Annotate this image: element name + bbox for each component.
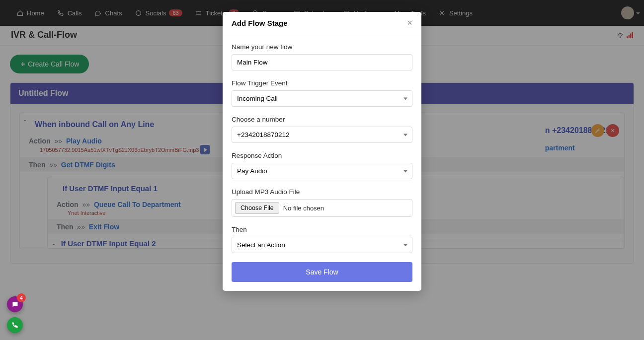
trigger-select[interactable]: Incoming Call (232, 90, 412, 107)
modal-header: Add Flow Stage × (223, 12, 421, 34)
add-flow-stage-modal: Add Flow Stage × Name your new flow Flow… (223, 12, 421, 291)
file-status-text: No file chosen (283, 204, 324, 212)
choose-file-button[interactable]: Choose File (235, 202, 279, 214)
response-select[interactable]: Pay Audio (232, 163, 412, 179)
number-select[interactable]: +2342018870212 (232, 127, 412, 143)
flow-name-input[interactable] (232, 54, 412, 70)
then-select[interactable]: Select an Action (232, 237, 412, 253)
trigger-label: Flow Trigger Event (232, 79, 412, 87)
fab-call-button[interactable] (7, 317, 23, 333)
name-label: Name your new flow (232, 43, 412, 51)
response-label: Response Action (232, 152, 412, 159)
then-label: Then (232, 226, 412, 233)
number-label: Choose a number (232, 116, 412, 123)
save-flow-button[interactable]: Save Flow (232, 262, 412, 282)
modal-title: Add Flow Stage (232, 19, 288, 27)
fab-chat-button[interactable]: 4 (7, 296, 23, 312)
modal-close-button[interactable]: × (407, 18, 412, 27)
modal-body: Name your new flow Flow Trigger Event In… (223, 34, 421, 291)
file-upload-input[interactable]: Choose File No file chosen (232, 199, 412, 217)
floating-actions: 4 (7, 296, 23, 333)
chat-badge: 4 (17, 293, 26, 302)
upload-label: Upload MP3 Audio File (232, 188, 412, 196)
